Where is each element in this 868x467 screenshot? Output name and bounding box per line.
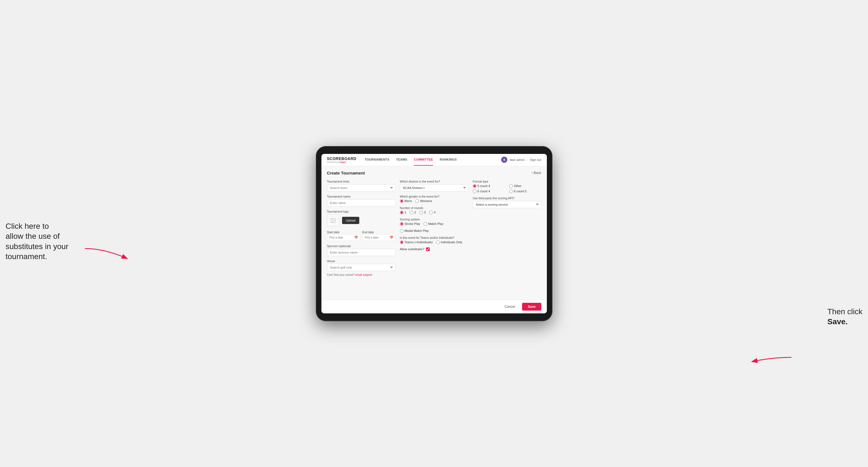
format-other[interactable]: Other	[509, 184, 541, 188]
calendar-end-icon: 📅	[390, 236, 394, 239]
form-col-1: Tournament Host Tournament name Tourname…	[327, 180, 396, 276]
save-button[interactable]: Save	[522, 303, 541, 311]
rounds-4[interactable]: 4	[429, 211, 436, 214]
format-type-label: Format type	[473, 180, 541, 183]
nav-tournaments[interactable]: TOURNAMENTS	[365, 154, 390, 165]
format-5count4-radio[interactable]	[473, 184, 476, 188]
form-col-2: Which division is the event for? NCAA Di…	[400, 180, 468, 276]
start-date-wrapper: 📅	[327, 234, 360, 241]
division-group: Which division is the event for? NCAA Di…	[400, 180, 468, 191]
rounds-2-radio[interactable]	[410, 211, 413, 214]
logo-scoreboard: SCOREBOARD	[327, 156, 356, 161]
gender-womens-radio[interactable]	[415, 199, 419, 203]
page-title: Create Tournament	[327, 170, 365, 175]
nav-teams[interactable]: TEAMS	[396, 154, 407, 165]
nav-avatar: B	[501, 157, 507, 163]
end-date-label: End date	[362, 230, 374, 234]
gender-label: Which gender is the event for?	[400, 195, 468, 198]
venue-input[interactable]	[327, 264, 396, 271]
back-link[interactable]: ‹ Back	[531, 171, 541, 175]
page-header: Create Tournament ‹ Back	[327, 170, 541, 175]
venue-email-link[interactable]: email support	[355, 273, 372, 276]
sponsor-input[interactable]	[327, 249, 396, 256]
rounds-3-radio[interactable]	[420, 211, 423, 214]
sponsor-label: Sponsor (optional)	[327, 244, 396, 248]
scoring-api-group: Use third-party live scoring API? Select…	[473, 196, 541, 208]
rounds-group: Number of rounds 1 2	[400, 206, 468, 214]
start-date-label: Start date	[327, 230, 340, 234]
rounds-1-radio[interactable]	[400, 211, 404, 214]
teams-group: Is this event for Teams and/or Individua…	[400, 236, 468, 244]
logo-placeholder-icon	[327, 214, 339, 226]
svg-point-3	[332, 219, 333, 220]
format-5count4[interactable]: 5 count 4	[473, 184, 505, 188]
format-6count5-radio[interactable]	[509, 189, 513, 193]
tournament-name-label: Tournament name	[327, 195, 396, 198]
end-date-group: End date 📅	[362, 230, 396, 241]
format-other-radio[interactable]	[509, 184, 513, 188]
scoring-match-radio[interactable]	[424, 222, 427, 226]
nav-user: B blair admin | Sign out	[501, 157, 541, 163]
tournament-host-label: Tournament Host	[327, 180, 396, 183]
division-select[interactable]: NCAA Division I	[400, 184, 468, 191]
substitutes-checkbox[interactable]	[426, 247, 430, 251]
nav-committee[interactable]: COMMITTEE	[414, 154, 433, 165]
rounds-2[interactable]: 2	[410, 211, 416, 214]
tournament-name-group: Tournament name	[327, 195, 396, 207]
tournament-host-input[interactable]	[327, 184, 396, 191]
gender-mens[interactable]: Mens	[400, 199, 412, 203]
substitutes-group: Allow substitutes?	[400, 247, 468, 251]
rounds-3[interactable]: 3	[420, 211, 426, 214]
annotation-right: Then click Save.	[827, 307, 862, 327]
substitutes-checkbox-label[interactable]: Allow substitutes?	[400, 247, 468, 251]
teams-radio[interactable]	[400, 241, 404, 244]
scoring-match[interactable]: Match Play	[424, 222, 443, 226]
logo-powered: Powered by clippd	[327, 161, 356, 163]
logo-upload-area: Upload	[327, 214, 396, 226]
gender-mens-radio[interactable]	[400, 199, 404, 203]
division-label: Which division is the event for?	[400, 180, 468, 183]
tablet-screen: SCOREBOARD Powered by clippd TOURNAMENTS…	[321, 154, 547, 313]
nav-links: TOURNAMENTS TEAMS COMMITTEE RANKINGS	[365, 154, 501, 165]
form-grid: Tournament Host Tournament name Tourname…	[327, 180, 541, 276]
gender-group: Which gender is the event for? Mens Wome…	[400, 195, 468, 203]
scoring-medal-radio[interactable]	[400, 229, 404, 233]
individuals-radio[interactable]	[436, 241, 440, 244]
venue-group: Venue Can't find your venue? email suppo…	[327, 259, 396, 276]
rounds-label: Number of rounds	[400, 206, 468, 210]
teams-label: Is this event for Teams and/or Individua…	[400, 236, 468, 239]
page-content: Create Tournament ‹ Back Tournament Host…	[321, 166, 547, 300]
tournament-logo-label: Tournament logo	[327, 210, 396, 213]
gender-womens[interactable]: Womens	[415, 199, 432, 203]
scoring-stroke-radio[interactable]	[400, 222, 404, 226]
venue-support: Can't find your venue? email support	[327, 273, 396, 276]
scoring-radio-group: Stroke Play Match Play Medal Match Play	[400, 222, 468, 233]
date-group: Start date 📅 End date 📅	[327, 230, 396, 241]
rounds-radio-group: 1 2 3 4	[400, 211, 468, 214]
cancel-button[interactable]: Cancel	[500, 303, 519, 311]
tournament-host-group: Tournament Host	[327, 180, 396, 191]
substitutes-label: Allow substitutes?	[400, 247, 425, 251]
venue-label: Venue	[327, 259, 396, 263]
calendar-icon: 📅	[354, 236, 358, 239]
individuals-only[interactable]: Individuals Only	[436, 241, 463, 244]
format-6count4[interactable]: 6 count 4	[473, 189, 505, 193]
format-6count4-radio[interactable]	[473, 189, 476, 193]
nav-rankings[interactable]: RANKINGS	[440, 154, 457, 165]
scoring-api-label: Use third-party live scoring API?	[473, 196, 541, 200]
scoring-medal[interactable]: Medal Match Play	[400, 229, 429, 233]
rounds-4-radio[interactable]	[429, 211, 433, 214]
gender-radio-group: Mens Womens	[400, 199, 468, 203]
arrow-right	[750, 350, 794, 364]
format-6count5[interactable]: 6 count 5	[509, 189, 541, 193]
upload-button[interactable]: Upload	[342, 217, 360, 224]
teams-plus-individuals[interactable]: Teams (+Individuals)	[400, 241, 433, 244]
tournament-name-input[interactable]	[327, 199, 396, 207]
rounds-1[interactable]: 1	[400, 211, 406, 214]
nav-bar: SCOREBOARD Powered by clippd TOURNAMENTS…	[321, 154, 547, 166]
scoring-stroke[interactable]: Stroke Play	[400, 222, 420, 226]
annotation-left: Click here to allow the use of substitut…	[6, 221, 68, 262]
scoring-api-select[interactable]: Select a scoring service	[473, 201, 541, 208]
tablet-frame: SCOREBOARD Powered by clippd TOURNAMENTS…	[316, 146, 552, 321]
nav-signout[interactable]: Sign out	[530, 158, 541, 161]
